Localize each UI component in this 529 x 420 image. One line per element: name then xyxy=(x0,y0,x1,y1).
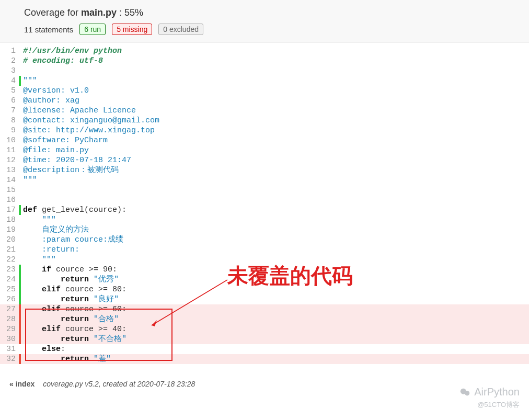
line-number: 29 xyxy=(0,324,19,334)
line-number: 21 xyxy=(0,245,19,255)
svg-point-4 xyxy=(465,391,469,395)
code-line[interactable]: 28 return "合格" xyxy=(0,314,529,324)
line-number: 27 xyxy=(0,304,19,314)
line-number: 6 xyxy=(0,96,19,106)
code-line[interactable]: 29 elif cource >= 40: xyxy=(0,324,529,334)
line-number: 18 xyxy=(0,215,19,225)
line-number: 26 xyxy=(0,294,19,304)
code-content: return "差" xyxy=(21,354,529,364)
code-content: @contact: xinganguo@gmail.com xyxy=(21,116,529,126)
line-number: 19 xyxy=(0,225,19,235)
code-line[interactable]: 11@file: main.py xyxy=(0,145,529,155)
code-line[interactable]: 8@contact: xinganguo@gmail.com xyxy=(0,116,529,126)
report-header: Coverage for main.py : 55% 11 statements… xyxy=(0,0,529,43)
annotation-label: 未覆盖的代码 xyxy=(227,262,353,290)
code-line[interactable]: 9@site: http://www.xingag.top xyxy=(0,126,529,135)
code-content: @time: 2020-07-18 21:47 xyxy=(21,155,529,165)
code-line[interactable]: 1#!/usr/bin/env python xyxy=(0,46,529,56)
code-content: #!/usr/bin/env python xyxy=(21,46,529,56)
code-line[interactable]: 17def get_level(cource): xyxy=(0,205,529,215)
line-number: 24 xyxy=(0,275,19,285)
code-content: @site: http://www.xingag.top xyxy=(21,126,529,135)
line-number: 14 xyxy=(0,175,19,185)
line-number: 20 xyxy=(0,235,19,245)
line-number: 31 xyxy=(0,344,19,354)
line-number: 5 xyxy=(0,86,19,96)
missing-badge[interactable]: 5 missing xyxy=(112,24,152,35)
code-content: def get_level(cource): xyxy=(21,205,529,215)
code-content: @file: main.py xyxy=(21,145,529,155)
index-link[interactable]: « index xyxy=(9,380,34,388)
code-content: :return: xyxy=(21,245,529,255)
code-line[interactable]: 13@description：被测代码 xyxy=(0,165,529,175)
code-content: :param cource:成绩 xyxy=(21,235,529,245)
code-content: @license: Apache Licence xyxy=(21,106,529,116)
watermark-sub: @51CTO博客 xyxy=(459,400,520,410)
line-number: 22 xyxy=(0,255,19,265)
stats-row: 11 statements 6 run 5 missing 0 excluded xyxy=(24,24,529,35)
watermark: AirPython @51CTO博客 xyxy=(459,386,520,410)
line-number: 3 xyxy=(0,66,19,76)
title-suffix: : 55% xyxy=(117,7,143,18)
code-line[interactable]: 15 xyxy=(0,185,529,195)
code-content: else: xyxy=(21,344,529,354)
code-content: @author: xag xyxy=(21,96,529,106)
code-content: elif cource >= 60: xyxy=(21,304,529,314)
code-content: return "良好" xyxy=(21,294,529,304)
code-content xyxy=(21,66,529,76)
code-line[interactable]: 20 :param cource:成绩 xyxy=(0,235,529,245)
line-number: 17 xyxy=(0,205,19,215)
line-number: 15 xyxy=(0,185,19,195)
line-number: 1 xyxy=(0,46,19,56)
code-line[interactable]: 10@software: PyCharm xyxy=(0,135,529,145)
code-content: @version: v1.0 xyxy=(21,86,529,96)
line-number: 10 xyxy=(0,135,19,145)
code-content: """ xyxy=(21,215,529,225)
code-line[interactable]: 21 :return: xyxy=(0,245,529,255)
line-number: 11 xyxy=(0,145,19,155)
line-number: 23 xyxy=(0,265,19,275)
line-number: 32 xyxy=(0,354,19,364)
code-content: """ xyxy=(21,175,529,185)
code-line[interactable]: 32 return "差" xyxy=(0,354,529,364)
code-line[interactable]: 7@license: Apache Licence xyxy=(0,106,529,116)
line-number: 13 xyxy=(0,165,19,175)
line-number: 4 xyxy=(0,76,19,86)
code-line[interactable]: 27 elif cource >= 60: xyxy=(0,304,529,314)
code-content xyxy=(21,195,529,205)
code-content: @description：被测代码 xyxy=(21,165,529,175)
code-line[interactable]: 31 else: xyxy=(0,344,529,354)
code-line[interactable]: 26 return "良好" xyxy=(0,294,529,304)
excluded-badge[interactable]: 0 excluded xyxy=(158,24,203,35)
code-line[interactable]: 30 return "不合格" xyxy=(0,334,529,344)
line-number: 8 xyxy=(0,116,19,126)
line-number: 25 xyxy=(0,285,19,294)
code-line[interactable]: 16 xyxy=(0,195,529,205)
title-prefix: Coverage for xyxy=(24,7,81,18)
code-line[interactable]: 18 """ xyxy=(0,215,529,225)
code-line[interactable]: 6@author: xag xyxy=(0,96,529,106)
line-number: 2 xyxy=(0,56,19,66)
page-title: Coverage for main.py : 55% xyxy=(24,7,529,18)
code-line[interactable]: 2# encoding: utf-8 xyxy=(0,56,529,66)
run-badge[interactable]: 6 run xyxy=(79,24,106,35)
code-content: 自定义的方法 xyxy=(21,225,529,235)
code-content: # encoding: utf-8 xyxy=(21,56,529,66)
line-number: 28 xyxy=(0,314,19,324)
code-line[interactable]: 5@version: v1.0 xyxy=(0,86,529,96)
generated-text: coverage.py v5.2, created at 2020-07-18 … xyxy=(43,380,195,388)
title-filename: main.py xyxy=(81,7,117,18)
code-content: elif cource >= 40: xyxy=(21,324,529,334)
line-number: 16 xyxy=(0,195,19,205)
footer: « index coverage.py v5.2, created at 202… xyxy=(0,364,529,388)
code-content: return "不合格" xyxy=(21,334,529,344)
line-number: 12 xyxy=(0,155,19,165)
code-line[interactable]: 12@time: 2020-07-18 21:47 xyxy=(0,155,529,165)
code-line[interactable]: 4""" xyxy=(0,76,529,86)
code-line[interactable]: 3 xyxy=(0,66,529,76)
line-number: 30 xyxy=(0,334,19,344)
code-content: @software: PyCharm xyxy=(21,135,529,145)
line-number: 9 xyxy=(0,126,19,135)
code-line[interactable]: 14""" xyxy=(0,175,529,185)
code-line[interactable]: 19 自定义的方法 xyxy=(0,225,529,235)
